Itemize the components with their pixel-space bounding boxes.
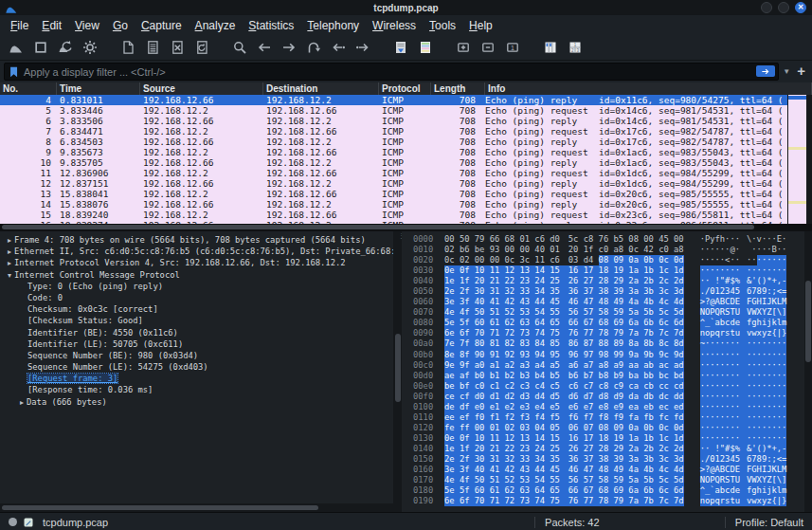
ascii-bytes[interactable]: ~··············· [700,338,787,349]
menu-tools[interactable]: Tools [423,17,462,34]
hex-row[interactable]: 01805e 5f 60 61 62 63 64 6566 67 68 69 6… [402,485,804,496]
find-packet-icon[interactable] [231,39,248,56]
zoom-out-icon[interactable] [479,39,496,56]
expert-info-icon[interactable] [9,518,17,526]
detail-line[interactable]: Identifier (LE): 50705 (0xc611) [0,338,393,350]
hex-bytes[interactable]: 1e 1f 20 21 22 23 24 2526 27 28 29 2a 2b… [444,276,684,286]
ascii-bytes[interactable]: ················ [700,433,787,444]
detail-line[interactable]: Type: 0 (Echo (ping) reply) [0,281,393,292]
detail-line[interactable]: ▸Ethernet II, Src: c6:d0:5c:c8:76:b5 (c6… [0,246,393,257]
detail-line[interactable]: ▾Internet Control Message Protocol [0,269,393,281]
hex-bytes[interactable]: ae af b0 b1 b2 b3 b4 b5b6 b7 b8 b9 ba bb… [444,371,684,381]
menu-statistics[interactable]: Statistics [242,17,300,34]
expander-collapsed-icon[interactable]: ▸ [17,397,27,408]
hex-row[interactable]: 00401e 1f 20 21 22 23 24 2526 27 28 29 2… [402,276,804,286]
packet-row[interactable]: 1315.838041192.168.12.2192.168.12.66ICMP… [0,189,812,199]
open-file-icon[interactable] [119,39,136,56]
packet-row[interactable]: 1112.836906192.168.12.2192.168.12.66ICMP… [0,168,812,178]
hex-bytes[interactable]: 8e 8f 90 91 92 93 94 9596 97 98 99 9a 9b… [444,350,684,360]
ascii-bytes[interactable]: ················ [700,392,787,402]
hex-row[interactable]: 00502e 2f 30 31 32 33 34 3536 37 38 39 3… [402,286,804,297]
expander-collapsed-icon[interactable]: ▸ [5,235,14,246]
detail-line[interactable]: [Checksum Status: Good] [0,315,393,326]
hex-bytes[interactable]: 0e 0f 10 11 12 13 14 1516 17 18 19 1a 1b… [444,265,684,276]
auto-scroll-icon[interactable] [392,39,409,56]
ascii-bytes[interactable]: ^_`abcdefghijklm [700,318,787,328]
hex-row[interactable]: 00805e 5f 60 61 62 63 64 6566 67 68 69 6… [402,318,804,328]
hex-row[interactable]: 00906e 6f 70 71 72 73 74 7576 77 78 79 7… [402,328,804,338]
hex-bytes[interactable]: 1e 1f 20 21 22 23 24 2526 27 28 29 2a 2b… [444,444,684,454]
details-hscrollbar[interactable] [0,503,393,512]
resize-columns-icon[interactable] [542,39,559,56]
scrollbar-handle[interactable] [2,505,318,510]
hex-row[interactable]: 00603e 3f 40 41 42 43 44 4546 47 48 49 4… [402,297,804,307]
menu-view[interactable]: View [68,17,106,34]
capture-comment-icon[interactable] [23,517,34,528]
apply-filter-button[interactable] [756,65,775,77]
hex-row[interactable]: 00200c 02 00 00 0c 3c 11 c603 d4 08 09 0… [402,255,804,265]
column-header-no[interactable]: No. [0,82,57,95]
hex-bytes[interactable]: be bf c0 c1 c2 c3 c4 c5c6 c7 c8 c9 ca cb… [444,381,684,392]
column-header-protocol[interactable]: Protocol [379,82,431,95]
ascii-bytes[interactable]: >?@ABCDEFGHIJKLM [700,297,787,307]
filter-bookmark-icon[interactable] [8,65,21,79]
close-button[interactable]: ✕ [795,2,806,13]
column-header-length[interactable]: Length [431,82,485,95]
ascii-bytes[interactable]: ················ [700,423,787,433]
ascii-bytes[interactable]: ················ [700,402,787,412]
hex-bytes[interactable]: 2e 2f 30 31 32 33 34 3536 37 38 39 3a 3b… [444,286,684,297]
hex-bytes[interactable]: 5e 5f 60 61 62 63 64 6566 67 68 69 6a 6b… [444,485,684,496]
hex-bytes[interactable]: ce cf d0 d1 d2 d3 d4 d5d6 d7 d8 d9 da db… [444,392,684,402]
restart-capture-icon[interactable] [57,39,74,56]
hex-bytes[interactable]: 6e 6f 70 71 72 73 74 7576 77 78 79 7a 7b… [444,328,684,338]
hex-row[interactable]: 01704e 4f 50 51 52 53 54 5556 57 58 59 5… [402,475,804,485]
scrollbar-handle[interactable] [805,281,811,362]
menu-file[interactable]: File [4,17,35,34]
packet-row[interactable]: 109.835705192.168.12.66192.168.12.2ICMP7… [0,157,812,168]
ascii-bytes[interactable]: ················ [700,412,787,423]
go-back-icon[interactable] [256,39,273,56]
ascii-bytes[interactable]: NOPQRSTUVWXYZ[\] [700,307,787,318]
hex-row[interactable]: 0120fe ff 00 01 02 03 04 0506 07 08 09 0… [402,423,804,433]
column-header-source[interactable]: Source [140,82,263,95]
hex-bytes[interactable]: 7e 7f 80 81 82 83 84 8586 87 88 89 8a 8b… [444,338,684,349]
ascii-bytes[interactable]: ················ [700,371,787,381]
packet-list-minimap-scrollbar[interactable] [787,95,807,224]
packet-row[interactable]: 53.833446192.168.12.2192.168.12.66ICMP70… [0,105,812,116]
ascii-bytes[interactable]: >?@ABCDEFGHIJKLM [700,465,787,475]
scrollbar-handle[interactable] [395,334,401,402]
hex-bytes[interactable]: 02 b6 be 93 00 00 40 0120 1f c0 a8 0c 42… [444,245,684,255]
ascii-bytes[interactable]: ················ [700,360,787,371]
hex-bytes[interactable]: de df e0 e1 e2 e3 e4 e5e6 e7 e8 e9 ea eb… [444,402,684,412]
column-header-time[interactable]: Time [57,82,140,95]
close-file-icon[interactable] [169,39,186,56]
hex-row[interactable]: 00a07e 7f 80 81 82 83 84 8586 87 88 89 8… [402,338,804,349]
packet-row[interactable]: 63.833506192.168.12.66192.168.12.2ICMP70… [0,116,812,126]
detail-line[interactable]: ▸Data (666 bytes) [0,396,393,408]
ascii-bytes[interactable]: ······@· ····B·· [700,245,787,255]
hex-row[interactable]: 01603e 3f 40 41 42 43 44 4546 47 48 49 4… [402,465,804,475]
go-first-packet-icon[interactable] [330,39,347,56]
detail-line[interactable]: Checksum: 0x0c3c [correct] [0,303,393,315]
column-header-destination[interactable]: Destination [263,82,379,95]
ascii-bytes[interactable]: NOPQRSTUVWXYZ[\] [700,475,787,485]
ascii-bytes[interactable]: ·· !"#$%&'()*+,- [700,444,787,454]
detail-line[interactable]: ▸Internet Protocol Version 4, Src: 192.1… [0,257,393,268]
hex-row[interactable]: 00704e 4f 50 51 52 53 54 5556 57 58 59 5… [402,307,804,318]
start-capture-icon[interactable] [8,39,25,56]
hex-row[interactable]: 00d0ae af b0 b1 b2 b3 b4 b5b6 b7 b8 b9 b… [402,371,804,381]
hex-row[interactable]: 01906e 6f 70 71 72 73 74 7576 77 78 79 7… [402,496,804,506]
hex-bytes[interactable]: 4e 4f 50 51 52 53 54 5556 57 58 59 5a 5b… [444,475,684,485]
go-forward-icon[interactable] [280,39,298,56]
hex-row[interactable]: 0100de df e0 e1 e2 e3 e4 e5e6 e7 e8 e9 e… [402,402,804,412]
maximize-button[interactable] [778,2,789,13]
menu-wireless[interactable]: Wireless [366,17,423,34]
menu-telephony[interactable]: Telephony [300,17,366,34]
hex-bytes[interactable]: 4e 4f 50 51 52 53 54 5556 57 58 59 5a 5b… [444,307,684,318]
add-filter-button[interactable]: + [797,63,805,79]
hex-bytes[interactable]: 00 50 79 66 68 01 c6 d05c c8 76 b5 08 00… [444,234,684,245]
menu-analyze[interactable]: Analyze [189,17,243,34]
packet-row[interactable]: 76.834471192.168.12.2192.168.12.66ICMP70… [0,126,812,137]
packet-row[interactable]: 1212.837151192.168.12.66192.168.12.2ICMP… [0,178,812,189]
expander-collapsed-icon[interactable]: ▸ [5,247,14,257]
